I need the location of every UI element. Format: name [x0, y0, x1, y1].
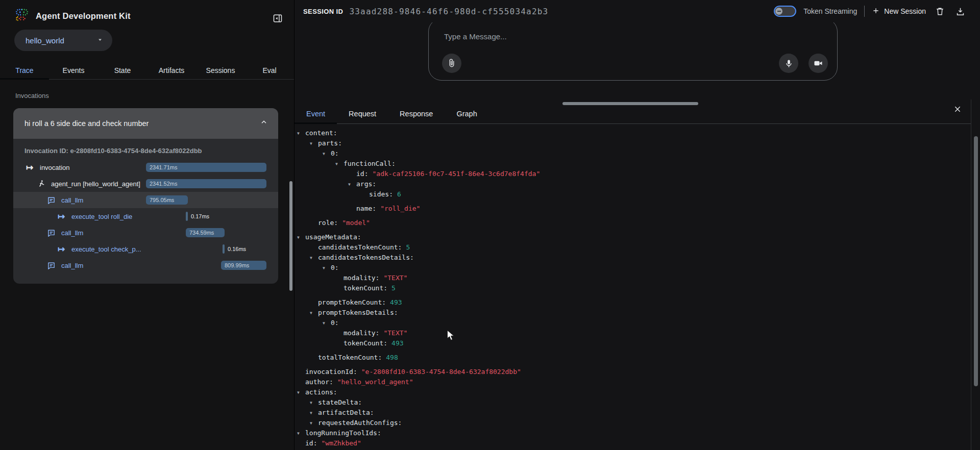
video-button[interactable] [808, 54, 828, 73]
json-line: 0: [295, 148, 971, 159]
json-line: 0: [295, 318, 971, 328]
horizontal-scrollbar[interactable] [562, 102, 698, 105]
toggle-knob [775, 8, 782, 15]
json-line: totalTokenCount:498 [295, 353, 971, 363]
vertical-scrollbar[interactable] [974, 136, 978, 386]
json-key: 0: [331, 319, 339, 327]
detail-tab[interactable]: Request [337, 106, 388, 123]
maps-to-icon [58, 212, 65, 221]
invocations-label: Invocations [15, 92, 49, 99]
trace-duration-label: 2341.52ms [146, 179, 266, 188]
json-key: tokenCount: [344, 284, 387, 292]
json-value: 498 [386, 354, 398, 361]
sidebar-tab[interactable]: Events [49, 62, 98, 79]
agent-select-dropdown[interactable]: hello_world [14, 30, 112, 51]
detail-tab[interactable]: Graph [445, 106, 488, 123]
json-line: modality:"TEXT" [295, 273, 971, 283]
trace-row[interactable]: invocation 2341.71ms [13, 159, 278, 176]
sidebar-tab[interactable]: Trace [0, 62, 49, 79]
collapse-arrow-icon[interactable] [297, 387, 305, 397]
invocation-prompt: hi roll a 6 side dice and check number [24, 119, 149, 128]
message-input-box[interactable]: Type a Message... [428, 18, 838, 81]
json-key: stateDelta: [318, 398, 362, 406]
json-line: 0: [295, 263, 971, 273]
vertical-scrollbar-track [971, 99, 980, 450]
sidebar-tab[interactable]: Eval [245, 62, 294, 79]
json-key: candidatesTokensDetails: [318, 254, 414, 261]
invocation-id: Invocation ID: e-2808fd10-6383-4754-8de4… [24, 147, 202, 155]
collapse-arrow-icon[interactable] [297, 428, 305, 438]
invocation-card-header[interactable]: hi roll a 6 side dice and check number [13, 108, 278, 139]
adk-logo [14, 7, 30, 24]
sidebar-tab[interactable]: State [98, 62, 147, 79]
json-key: usageMetadata: [305, 233, 361, 241]
sidebar-tab[interactable]: Artifacts [147, 62, 196, 79]
collapse-arrow-icon[interactable] [310, 138, 318, 148]
json-line: candidatesTokensDetails: [295, 253, 971, 263]
microphone-button[interactable] [779, 54, 798, 73]
download-session-icon[interactable] [953, 5, 967, 18]
json-key: tokenCount: [344, 339, 387, 347]
trace-row[interactable]: call_llm 795.05ms [13, 192, 278, 208]
json-key: id: [305, 439, 317, 447]
trace-row[interactable]: execute_tool check_p... 0.16ms [13, 241, 278, 257]
collapse-arrow-icon[interactable] [335, 159, 344, 169]
json-value: "roll_die" [380, 205, 420, 212]
json-key: parts: [318, 139, 342, 147]
trace-row-icon [46, 196, 56, 205]
trace-row-icon [56, 212, 66, 221]
chat-bubble-icon [47, 229, 56, 237]
json-key: role: [318, 219, 338, 227]
json-value: 5 [406, 243, 410, 251]
chevron-up-icon[interactable] [260, 118, 268, 129]
collapse-arrow-icon[interactable] [310, 253, 318, 263]
collapse-arrow-icon[interactable] [310, 397, 318, 408]
token-streaming-toggle[interactable] [774, 6, 796, 17]
collapse-arrow-icon[interactable] [310, 418, 318, 428]
trace-row-label: call_llm [61, 262, 83, 269]
json-key: artifactDelta: [318, 409, 374, 416]
json-key: longRunningToolIds: [305, 429, 381, 437]
json-value: 493 [390, 298, 402, 306]
collapse-arrow-icon[interactable] [310, 308, 318, 318]
delete-session-icon[interactable] [933, 5, 946, 18]
trace-row-label: call_llm [61, 196, 83, 204]
collapse-arrow-icon[interactable] [323, 263, 331, 273]
json-value: "adk-caf25106-f0c7-451f-86e4-3c6d7e8f4fd… [372, 170, 540, 178]
trace-row[interactable]: call_llm 809.99ms [13, 257, 278, 273]
trace-duration-bar: 2341.52ms [146, 179, 266, 188]
json-line: invocationId:"e-2808fd10-6383-4754-8de4-… [295, 367, 971, 377]
sidebar-tab[interactable]: Sessions [196, 62, 245, 79]
collapse-panel-icon[interactable] [272, 12, 284, 24]
json-value: "TEXT" [383, 329, 407, 337]
attach-file-button[interactable] [442, 54, 461, 73]
collapse-arrow-icon[interactable] [310, 408, 318, 418]
json-line: content: [295, 128, 971, 138]
json-line: author:"hello_world_agent" [295, 377, 971, 387]
json-line: id:"wmZhkbed" [295, 438, 971, 448]
collapse-arrow-icon[interactable] [297, 232, 305, 242]
close-icon[interactable] [951, 103, 964, 116]
detail-tab[interactable]: Event [295, 106, 337, 123]
new-session-button[interactable]: New Session [872, 7, 926, 16]
json-line: tokenCount:493 [295, 338, 971, 348]
message-placeholder: Type a Message... [444, 32, 507, 41]
json-line: name:"roll_die" [295, 204, 971, 214]
detail-tab[interactable]: Response [388, 106, 445, 123]
agent-select-value: hello_world [26, 36, 64, 45]
collapse-arrow-icon[interactable] [297, 128, 305, 138]
json-line: promptTokenCount:493 [295, 297, 971, 308]
collapse-arrow-icon[interactable] [323, 148, 331, 159]
trace-row[interactable]: execute_tool roll_die 0.17ms [13, 208, 278, 224]
json-line: sides:6 [295, 189, 971, 199]
json-key: name: [356, 205, 376, 212]
trace-row[interactable]: call_llm 734.59ms [13, 224, 278, 241]
json-key: promptTokensDetails: [318, 309, 398, 316]
collapse-arrow-icon[interactable] [348, 179, 356, 189]
json-line: id:"adk-caf25106-f0c7-451f-86e4-3c6d7e8f… [295, 169, 971, 179]
sidebar-scrollbar[interactable] [289, 181, 292, 291]
trace-row-label: agent_run [hello_world_agent] [51, 180, 140, 188]
trace-row[interactable]: agent_run [hello_world_agent] 2341.52ms [13, 176, 278, 192]
json-line: functionCall: [295, 159, 971, 169]
collapse-arrow-icon[interactable] [323, 318, 331, 328]
